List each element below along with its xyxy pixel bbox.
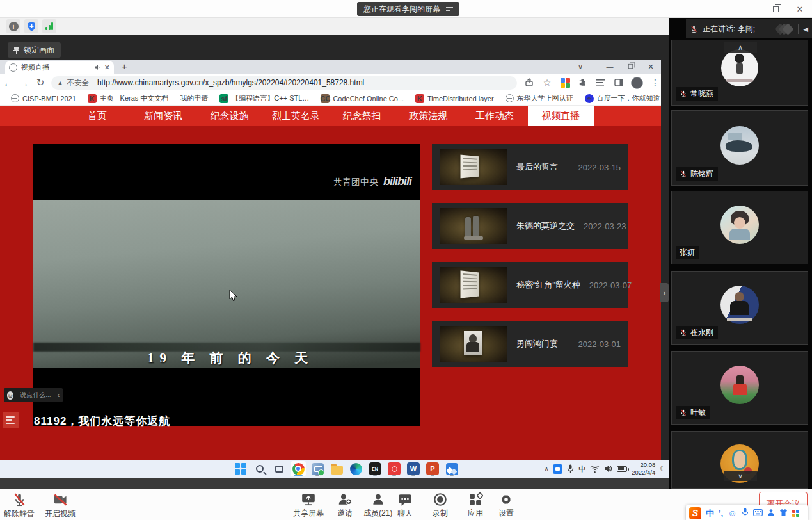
collapse-panel-icon[interactable]: ◀	[803, 26, 808, 33]
ime-skin-shirt-icon[interactable]	[779, 508, 788, 517]
taskbar-powerpoint-button[interactable]: P	[425, 461, 440, 476]
settings-button[interactable]: 设置	[498, 492, 514, 519]
chat-button[interactable]: 聊天	[397, 492, 413, 519]
bookmark-item[interactable]: ❋百度一下，你就知道	[580, 93, 665, 104]
extension-grid-icon[interactable]	[559, 77, 571, 88]
minimize-button[interactable]: —	[739, 0, 763, 18]
extensions-puzzle-icon[interactable]	[577, 77, 589, 88]
taskbar-peaks-app-button[interactable]	[444, 461, 459, 476]
tray-microphone-icon[interactable]	[567, 464, 574, 473]
share-icon[interactable]	[523, 77, 535, 88]
taskbar-word-button[interactable]: W	[406, 461, 421, 476]
taskbar-clock[interactable]: 20:08 2022/4/4	[632, 461, 655, 476]
taskbar-edge-button[interactable]	[348, 461, 363, 476]
danmaku-input[interactable]: ☺ 说点什么... ‹	[4, 388, 63, 402]
unmute-button[interactable]: 解除静音	[4, 492, 35, 519]
reload-button[interactable]: ↻	[32, 77, 48, 88]
ime-mode-chinese[interactable]: 中	[706, 509, 714, 517]
bookmark-item[interactable]: sf【编程语言】C++ STL…	[215, 93, 314, 104]
scroll-down-chevron[interactable]: ∨	[724, 471, 757, 481]
video-date: 2022-03-07	[589, 280, 632, 290]
new-tab-button[interactable]: +	[122, 61, 127, 72]
nav-item-live-video[interactable]: 视频直播	[528, 106, 594, 126]
address-bar[interactable]: ▲ 不安全 http://www.chinamartyrs.gov.cn/x_s…	[51, 76, 518, 90]
record-button[interactable]: 录制	[433, 492, 448, 519]
video-list-item[interactable]: 最后的誓言 2022-03-15	[432, 144, 628, 190]
tab-close-icon[interactable]: ✕	[104, 63, 110, 72]
night-light-moon-icon[interactable]: ☾	[660, 464, 667, 473]
lock-screen-button[interactable]: 锁定画面	[8, 42, 61, 58]
playlist-icon[interactable]	[3, 412, 19, 428]
tab-search-dropdown[interactable]: ∨	[570, 63, 591, 71]
video-player[interactable]: 共青团中央 bilibili 19 年 前 的 今 天	[33, 144, 420, 426]
tray-chat-app-icon[interactable]	[553, 464, 562, 474]
members-button[interactable]: 成员(21)	[363, 492, 392, 519]
not-secure-warning-icon: ▲	[58, 79, 63, 86]
apps-button[interactable]: 应用	[468, 492, 483, 519]
emoji-icon[interactable]: ☺	[7, 391, 13, 400]
video-list-item[interactable]: 勇闯鸿门宴 2022-03-01	[432, 321, 628, 367]
browser-minimize-button[interactable]: —	[600, 63, 620, 70]
ime-keyboard-icon[interactable]	[753, 509, 763, 517]
volume-icon[interactable]	[604, 465, 612, 473]
taskbar-chrome-button[interactable]	[291, 461, 306, 476]
hidden-icons-chevron[interactable]: ∧	[545, 466, 549, 472]
nav-item-news[interactable]: 新闻资讯	[131, 106, 197, 126]
nav-item-memorial-facilities[interactable]: 纪念设施	[196, 106, 263, 126]
nav-item-martyrs-roll[interactable]: 烈士英名录	[263, 106, 330, 126]
scroll-up-chevron[interactable]: ∧	[724, 42, 757, 53]
video-list-item[interactable]: 朱德的莫逆之交 2022-03-23	[432, 203, 628, 249]
bookmark-item[interactable]: CISP-BMEI 2021	[6, 93, 81, 104]
page-side-expand-handle[interactable]: ›	[660, 283, 669, 302]
invite-button[interactable]: 邀请	[337, 492, 353, 519]
ime-toolbox-grid-icon[interactable]	[792, 510, 799, 517]
start-button[interactable]	[233, 461, 248, 476]
taskbar-red-app-button[interactable]	[386, 461, 402, 476]
taskbar-en-app-button[interactable]: EN	[367, 461, 383, 476]
forward-button[interactable]: →	[16, 77, 32, 88]
browser-menu-icon[interactable]: ⋮	[649, 77, 661, 88]
taskbar-search-button[interactable]	[252, 461, 267, 476]
bookmark-item[interactable]: CCCodeChef Online Co...	[316, 93, 408, 104]
bookmark-item[interactable]: 东华大学上网认证	[501, 93, 578, 104]
restore-button[interactable]	[763, 0, 788, 18]
bookmark-item[interactable]: K主页 - Keras 中文文档	[83, 93, 173, 104]
start-video-button[interactable]: 开启视频	[45, 492, 76, 519]
side-panel-icon[interactable]	[613, 77, 625, 88]
ime-profile-icon[interactable]	[767, 508, 775, 517]
danmaku-collapse-icon[interactable]: ‹	[58, 392, 60, 399]
security-shield-button[interactable]	[24, 19, 38, 33]
nav-item-memorial-sweep[interactable]: 纪念祭扫	[329, 106, 395, 126]
bookmark-item[interactable]: 我的申请	[175, 93, 212, 104]
banner-menu-icon[interactable]	[446, 7, 453, 10]
sogou-ime-bar[interactable]: S 中 ’, ☺	[686, 505, 808, 520]
bookmark-item[interactable]: KTimeDistributed layer	[411, 93, 498, 104]
nav-item-home[interactable]: 首页	[64, 106, 131, 126]
browser-restore-button[interactable]	[620, 63, 641, 70]
meeting-info-button[interactable]: i	[6, 19, 20, 33]
video-list-item[interactable]: 秘密“红角”留火种 2022-03-07	[432, 262, 628, 308]
ime-voice-icon[interactable]	[742, 508, 749, 518]
browser-tab[interactable]: 视频直播 ✕	[5, 61, 114, 74]
wifi-icon[interactable]	[590, 466, 600, 473]
taskbar-pc-manager-button[interactable]	[310, 461, 325, 476]
reading-list-icon[interactable]	[595, 77, 607, 88]
ime-punctuation-icon[interactable]: ’,	[719, 509, 723, 517]
battery-icon[interactable]	[617, 466, 627, 472]
participant-name: 崔永刚	[690, 327, 713, 338]
sogou-logo-icon[interactable]: S	[689, 507, 701, 519]
share-screen-button[interactable]: 共享屏幕	[293, 492, 324, 519]
taskbar-file-explorer-button[interactable]	[329, 461, 344, 476]
back-button[interactable]: ←	[0, 77, 16, 88]
nav-item-work[interactable]: 工作动态	[461, 106, 528, 126]
bookmark-star-icon[interactable]: ☆	[541, 77, 553, 88]
nav-item-policy[interactable]: 政策法规	[395, 106, 462, 126]
browser-close-button[interactable]: ✕	[641, 63, 661, 71]
ime-language-indicator[interactable]: 中	[578, 464, 585, 474]
network-quality-button[interactable]	[42, 19, 56, 33]
profile-avatar[interactable]	[631, 77, 643, 89]
task-view-button[interactable]	[271, 461, 287, 476]
tab-audio-icon[interactable]	[94, 64, 100, 70]
ime-emoji-icon[interactable]: ☺	[728, 508, 736, 517]
close-button[interactable]: ✕	[788, 0, 812, 18]
